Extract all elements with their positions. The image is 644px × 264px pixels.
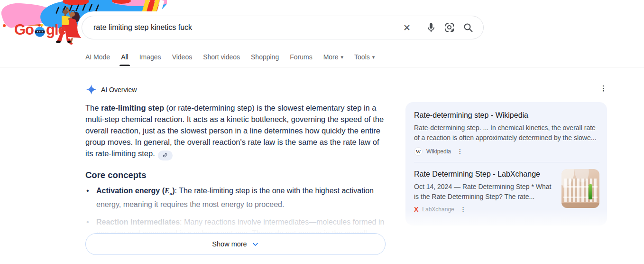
- more-options-icon[interactable]: ⋮: [600, 85, 607, 93]
- search-input[interactable]: [93, 23, 403, 32]
- source-link-chip[interactable]: [158, 151, 173, 160]
- chevron-down-icon: ▾: [372, 54, 375, 60]
- search-bar: ✕: [82, 16, 484, 39]
- doodle-drum-icon: [34, 23, 46, 37]
- sources-panel: Rate-determining step - Wikipedia Rate-d…: [405, 102, 607, 226]
- ai-overview-header: AI Overview: [86, 85, 137, 94]
- google-logo[interactable]: Go gle: [14, 23, 66, 37]
- labxchange-favicon: X: [414, 206, 418, 213]
- bullet-activation-energy: • Activation energy (Ea): The rate-limit…: [86, 185, 391, 210]
- chevron-down-icon: ▾: [341, 54, 344, 60]
- source-thumbnail-test-tubes[interactable]: [561, 169, 599, 208]
- thumbnail-rack-bar: [563, 197, 598, 198]
- link-icon: [161, 151, 169, 160]
- more-options-icon[interactable]: ⋮: [460, 207, 466, 213]
- ai-overview-label: AI Overview: [101, 86, 137, 94]
- tab-images[interactable]: Images: [139, 53, 161, 66]
- ai-overview-paragraph: The rate-limiting step (or rate-determin…: [85, 102, 388, 160]
- bullet-icon: •: [86, 185, 90, 210]
- source-snippet: Rate-determining step. ... In chemical k…: [414, 123, 599, 143]
- tab-ai-mode[interactable]: AI Mode: [85, 53, 110, 66]
- source-meta: W Wikipedia ⋮: [414, 147, 599, 156]
- ai-sparkle-icon: [86, 85, 96, 94]
- thumbnail-rack-base: [561, 203, 599, 208]
- result-tabs: AI Mode All Images Videos Short videos S…: [85, 53, 375, 66]
- core-concepts-heading: Core concepts: [85, 170, 147, 180]
- header-divider: [0, 67, 644, 67]
- source-card-wikipedia: Rate-determining step - Wikipedia Rate-d…: [414, 110, 599, 156]
- tab-shopping[interactable]: Shopping: [251, 53, 279, 66]
- source-title[interactable]: Rate-determining step - Wikipedia: [414, 110, 599, 121]
- tab-videos[interactable]: Videos: [172, 53, 193, 66]
- source-snippet: Oct 14, 2024 — Rate Determining Step * W…: [414, 182, 555, 202]
- chevron-down-icon: [252, 241, 259, 248]
- google-lens-icon[interactable]: [444, 22, 455, 33]
- source-meta: X LabXchange ⋮: [414, 206, 555, 213]
- source-site-name: LabXchange: [422, 206, 454, 213]
- tab-tools[interactable]: Tools▾: [354, 53, 375, 66]
- thumbnail-green-tube: [589, 184, 592, 199]
- microphone-icon[interactable]: [425, 22, 437, 33]
- tab-short-videos[interactable]: Short videos: [203, 53, 240, 66]
- google-search-page: Go gle ✕: [0, 0, 644, 264]
- more-options-icon[interactable]: ⋮: [457, 149, 463, 155]
- show-more-button[interactable]: Show more: [85, 233, 386, 255]
- source-divider: [414, 162, 599, 162]
- source-site-name: Wikipedia: [426, 148, 451, 155]
- clear-icon[interactable]: ✕: [403, 23, 411, 32]
- thumbnail-rack-bar: [563, 186, 598, 188]
- wikipedia-favicon: W: [414, 147, 423, 156]
- logo-text-right: gle: [46, 23, 66, 37]
- logo-text-left: Go: [14, 23, 34, 37]
- search-icon[interactable]: [462, 22, 474, 33]
- tab-forums[interactable]: Forums: [290, 53, 312, 66]
- source-title[interactable]: Rate Determining Step - LabXchange: [414, 169, 555, 179]
- search-divider: [418, 21, 418, 34]
- tab-all[interactable]: All: [121, 53, 129, 66]
- tab-more[interactable]: More▾: [323, 53, 343, 66]
- source-card-labxchange: Rate Determining Step - LabXchange Oct 1…: [414, 169, 599, 213]
